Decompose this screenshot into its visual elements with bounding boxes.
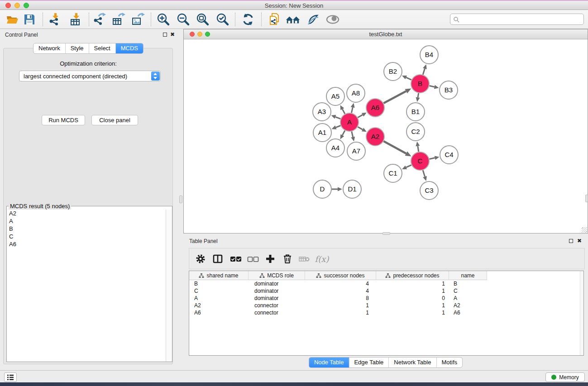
graph-edge[interactable] xyxy=(384,91,406,104)
table-row[interactable]: Cdominator41C xyxy=(189,287,583,295)
column-header-name[interactable]: name xyxy=(449,271,487,280)
column-header-shared-name[interactable]: shared name xyxy=(189,271,249,280)
tab-network-table[interactable]: Network Table xyxy=(389,357,436,367)
table-cell[interactable]: connector xyxy=(249,302,305,309)
export-table-button[interactable] xyxy=(111,12,126,27)
graph-edge[interactable] xyxy=(336,126,341,128)
mcds-result-list[interactable]: A2ABCA6 xyxy=(7,210,166,362)
table-cell[interactable]: 1 xyxy=(376,309,449,316)
mcds-result-item[interactable]: C xyxy=(7,233,166,240)
table-cell[interactable]: 1 xyxy=(376,302,449,309)
graph-edge[interactable] xyxy=(418,93,419,98)
table-cell[interactable]: dominator xyxy=(249,295,305,302)
table-cell[interactable]: A6 xyxy=(449,309,487,316)
table-scrollbar[interactable] xyxy=(580,271,583,355)
graphics-details-button[interactable] xyxy=(305,12,320,27)
table-cell[interactable]: B xyxy=(449,280,487,287)
table-cell[interactable]: 1 xyxy=(376,280,449,287)
zoom-in-button[interactable] xyxy=(156,12,171,27)
export-network-button[interactable] xyxy=(92,12,107,27)
open-session-button[interactable] xyxy=(5,12,20,27)
graph-edge[interactable] xyxy=(352,131,353,137)
float-panel-icon[interactable] xyxy=(163,33,167,37)
column-header-successor-nodes[interactable]: successor nodes xyxy=(305,271,376,280)
graph-edge[interactable] xyxy=(418,146,419,152)
network-view-window[interactable]: testGlobe.txt B4B2BB3A8A5A6A3B1AC2A1A2A4… xyxy=(183,29,588,234)
delete-column-button[interactable] xyxy=(280,252,295,266)
network-window-titlebar[interactable]: testGlobe.txt xyxy=(184,29,588,39)
table-row[interactable]: Bdominator41B xyxy=(189,280,583,287)
graph-edge[interactable] xyxy=(351,107,353,113)
table-cell[interactable]: C xyxy=(449,287,487,295)
search-field[interactable] xyxy=(450,14,584,25)
graph-edge[interactable] xyxy=(358,115,363,118)
zoom-fit-button[interactable] xyxy=(195,12,210,27)
table-settings-button[interactable] xyxy=(193,252,208,266)
tab-motifs[interactable]: Motifs xyxy=(436,357,462,367)
task-history-button[interactable] xyxy=(4,372,17,382)
refresh-button[interactable] xyxy=(240,12,256,27)
duplicate-network-button[interactable] xyxy=(267,12,282,27)
table-row[interactable]: Adominator80A xyxy=(189,295,583,302)
delete-table-button[interactable] xyxy=(297,252,312,266)
tab-node-table[interactable]: Node Table xyxy=(309,357,349,367)
mcds-list-scrollbar[interactable] xyxy=(166,210,172,362)
window-resize-grip[interactable] xyxy=(582,227,587,233)
graph-edge[interactable] xyxy=(430,158,435,159)
table-row[interactable]: A6connector11A6 xyxy=(189,309,583,316)
select-all-button[interactable] xyxy=(228,252,244,266)
table-cell[interactable]: A xyxy=(449,295,487,302)
column-header-predecessor-nodes[interactable]: predecessor nodes xyxy=(376,271,449,280)
tab-mcds[interactable]: MCDS xyxy=(116,43,143,53)
graph-edge[interactable] xyxy=(423,170,425,176)
table-cell[interactable]: 4 xyxy=(305,280,376,287)
graph-edge[interactable] xyxy=(358,127,363,129)
save-session-button[interactable] xyxy=(22,12,37,27)
table-close-panel-icon[interactable]: ✖ xyxy=(577,238,582,244)
table-cell[interactable]: dominator xyxy=(249,287,305,295)
memory-button[interactable]: Memory xyxy=(545,372,585,382)
table-cell[interactable]: 1 xyxy=(305,302,376,309)
table-cell[interactable]: 0 xyxy=(376,295,449,302)
search-input[interactable] xyxy=(461,14,581,24)
table-cell[interactable]: connector xyxy=(249,309,305,316)
graph-edge[interactable] xyxy=(342,130,345,135)
deselect-all-button[interactable] xyxy=(245,252,261,266)
graph-edge[interactable] xyxy=(335,117,340,119)
tab-edge-table[interactable]: Edge Table xyxy=(349,357,389,367)
panel-divider-grip-right[interactable] xyxy=(585,195,588,202)
network-graph[interactable]: B4B2BB3A8A5A6A3B1AC2A1A2A4A7C4CC1DD1C3 xyxy=(184,39,588,233)
panel-divider-grip-horizontal[interactable] xyxy=(382,232,390,235)
tab-network[interactable]: Network xyxy=(33,43,66,53)
table-cell[interactable]: dominator xyxy=(249,280,305,287)
apply-function-button[interactable]: f(x) xyxy=(314,252,330,266)
mcds-result-item[interactable]: B xyxy=(7,225,166,233)
graph-edge[interactable] xyxy=(406,165,411,167)
export-image-button[interactable] xyxy=(130,12,146,27)
table-cell[interactable]: C xyxy=(189,287,249,295)
close-panel-icon[interactable]: ✖ xyxy=(170,31,175,38)
tab-select[interactable]: Select xyxy=(89,43,116,53)
table-row[interactable]: A2connector11A2 xyxy=(189,302,583,309)
zoom-out-button[interactable] xyxy=(176,12,191,27)
show-columns-button[interactable] xyxy=(210,252,225,266)
import-network-button[interactable] xyxy=(47,12,62,27)
table-cell[interactable]: B xyxy=(189,280,249,287)
birdseye-view-button[interactable] xyxy=(325,12,340,27)
tab-style[interactable]: Style xyxy=(66,43,89,53)
run-mcds-button[interactable]: Run MCDS xyxy=(42,115,85,125)
graph-edge[interactable] xyxy=(429,86,434,87)
graph-edge[interactable] xyxy=(383,141,406,153)
graph-edge[interactable] xyxy=(342,109,345,114)
add-column-button[interactable] xyxy=(263,252,278,266)
graph-edge[interactable] xyxy=(423,69,425,75)
table-cell[interactable]: A6 xyxy=(189,309,249,316)
graph-edge[interactable] xyxy=(406,77,411,80)
panel-divider-grip[interactable] xyxy=(179,195,182,203)
mcds-result-item[interactable]: A6 xyxy=(7,240,166,248)
table-cell[interactable]: A2 xyxy=(189,302,249,309)
zoom-selected-button[interactable] xyxy=(215,12,230,27)
table-cell[interactable]: 1 xyxy=(305,309,376,316)
table-cell[interactable]: 8 xyxy=(305,295,376,302)
home-layout-button[interactable] xyxy=(285,12,301,27)
